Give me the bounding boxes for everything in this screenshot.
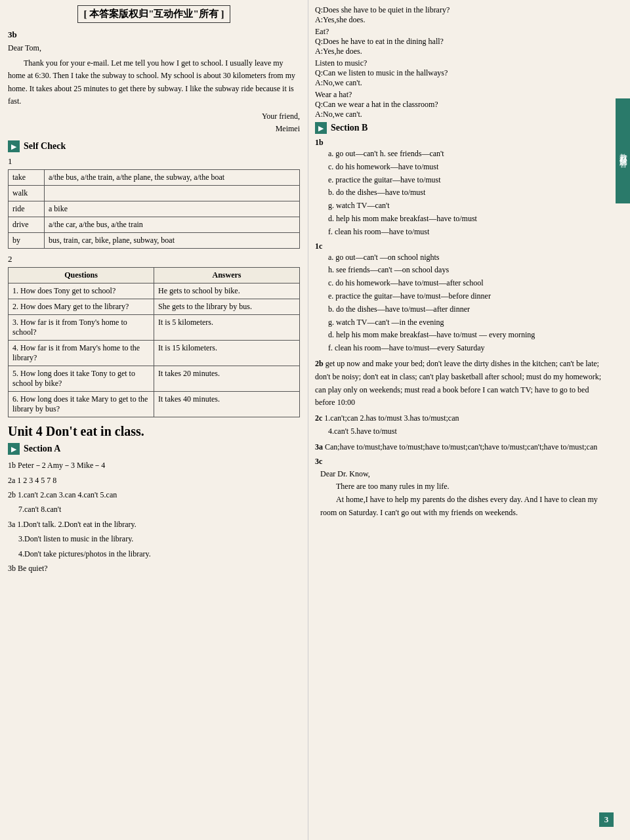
qa-question: 3. How far is it from Tony's home to sch… — [9, 315, 154, 341]
qa-row: 5. How long does it take Tony to get to … — [9, 366, 300, 392]
qa-row: 3. How far is it from Tony's home to sch… — [9, 315, 300, 341]
section-a-arrow-icon: ▶ — [8, 443, 20, 455]
section-a-title: Section A — [24, 444, 60, 454]
qa-question: 2. How does Mary get to the library? — [9, 299, 154, 315]
ex3a-label: 3a — [315, 442, 323, 452]
self-check-title: Self Check — [24, 141, 66, 152]
qa-a: A:No,we can't. — [315, 110, 609, 119]
letter-body: Thank you for your e-mail. Let me tell y… — [8, 57, 300, 108]
qa-table: Questions Answers 1. How does Tony get t… — [8, 267, 300, 417]
ex2c-line2: 4.can't 5.have to/must — [315, 427, 397, 436]
ex1b-line: a. go out—can't h. see friends—can't — [328, 148, 609, 161]
ex3c-label: 3c — [315, 457, 322, 466]
ex1c-label: 1c — [315, 242, 322, 251]
ex3a-line2: 3.Don't listen to music in the library. — [8, 532, 300, 545]
qa-answer: It takes 20 minutes. — [154, 366, 300, 392]
ex1c-line: h. see friends—can't —on school days — [328, 264, 609, 277]
vocab-key: by — [9, 233, 45, 249]
ex1c-line: e. practice the guitar—have to/must—befo… — [328, 290, 609, 303]
qa-label: Wear a hat? — [315, 90, 609, 100]
qa-question: 5. How long does it take Tony to get to … — [9, 366, 154, 392]
ex1c-line: a. go out—can't —on school nights — [328, 251, 609, 264]
vocab-value: a bike — [45, 201, 300, 217]
qa-header-answers: Answers — [154, 268, 300, 284]
qa-answer: It takes 40 minutes. — [154, 392, 300, 417]
ex3b: 3b Be quiet? — [8, 562, 300, 575]
letter-sign2: Meimei — [8, 123, 300, 135]
qa-q: Q:Can we wear a hat in the classroom? — [315, 100, 609, 110]
sidebar-tab: 教材习题解答 — [616, 98, 630, 203]
page-number: 3 — [599, 812, 614, 827]
qa-answer: She gets to the library by bus. — [154, 299, 300, 315]
vocab-row: bybus, train, car, bike, plane, subway, … — [9, 233, 300, 249]
qa-row: 6. How long does it take Mary to get to … — [9, 392, 300, 417]
qa-row: 2. How does Mary get to the library?She … — [9, 299, 300, 315]
qa-q: Q:Does she have to be quiet in the libra… — [315, 5, 609, 15]
vocab-row: drivea/the car, a/the bus, a/the train — [9, 217, 300, 233]
ex2b-line2: 7.can't 8.can't — [8, 503, 300, 516]
ex1b-line: g. watch TV—can't — [328, 200, 609, 213]
qa-question: 4. How far is it from Mary's home to the… — [9, 341, 154, 366]
qa-a: A:Yes,he does. — [315, 47, 609, 56]
self-check-num2: 2 — [8, 254, 300, 264]
ex3c-p2: At home,I have to help my parents do the… — [320, 494, 609, 520]
ex1b-line: b. do the dishes—have to/must — [328, 186, 609, 200]
ex3c-greeting: Dear Dr. Know, — [320, 468, 609, 481]
section-b-title: Section B — [331, 123, 368, 133]
right-qa-section: Q:Does she have to be quiet in the libra… — [315, 5, 609, 119]
ex3a-line1: 3a 1.Don't talk. 2.Don't eat in the libr… — [8, 518, 300, 531]
section-b-arrow-icon: ▶ — [315, 122, 327, 134]
ex2c-label: 2c — [315, 413, 322, 423]
ex3c-p1: There are too many rules in my life. — [320, 480, 609, 494]
ex1b: 1b Peter－2 Amy－3 Mike－4 — [8, 459, 300, 472]
qa-answer: It is 15 kilometers. — [154, 341, 300, 366]
vocab-key: take — [9, 170, 45, 186]
vocab-value: bus, train, car, bike, plane, subway, bo… — [45, 233, 300, 249]
ex2a: 2a 1 2 3 4 5 7 8 — [8, 474, 300, 487]
ex2b-text: get up now and make your bed; don't leav… — [315, 359, 601, 407]
qa-label: Listen to music? — [315, 58, 609, 68]
self-check-num1: 1 — [8, 156, 300, 167]
unit4-title: Unit 4 Don't eat in class. — [8, 424, 300, 439]
vocab-row: walk — [9, 186, 300, 201]
qa-row: 4. How far is it from Mary's home to the… — [9, 341, 300, 366]
ex2b-label: 2b — [315, 359, 324, 368]
vocab-key: walk — [9, 186, 45, 201]
qa-header-questions: Questions — [9, 268, 154, 284]
ex1c-line: g. watch TV—can't —in the evening — [328, 316, 609, 329]
ex2c-line1: 1.can't;can 2.has to/must 3.has to/must;… — [324, 413, 459, 423]
vocab-value: a/the bus, a/the train, a/the plane, the… — [45, 170, 300, 186]
vocab-value — [45, 186, 300, 201]
qa-answer: It is 5 kilometers. — [154, 315, 300, 341]
qa-label: Eat? — [315, 27, 609, 37]
vocab-table: takea/the bus, a/the train, a/the plane,… — [8, 169, 300, 249]
ex3a-line3: 4.Don't take pictures/photos in the libr… — [8, 547, 300, 560]
ex1c-line: d. help his mom make breakfast—have to/m… — [328, 329, 609, 342]
qa-q: Q:Does he have to eat in the dining hall… — [315, 37, 609, 47]
qa-row: 1. How does Tony get to school?He gets t… — [9, 284, 300, 299]
vocab-key: drive — [9, 217, 45, 233]
qa-q: Q:Can we listen to music in the hallways… — [315, 68, 609, 78]
self-check-arrow-icon: ▶ — [8, 140, 20, 152]
ex1b-line: d. help his mom make breakfast—have to/m… — [328, 213, 609, 226]
ex1c-line: c. do his homework—have to/must—after sc… — [328, 277, 609, 290]
ex1c-line: f. clean his room—have to/must—every Sat… — [328, 342, 609, 355]
ex1c-line: b. do the dishes—have to/must—after dinn… — [328, 303, 609, 316]
letter-greeting: Dear Tom, — [8, 42, 300, 54]
ex1b-line: e. practice the guitar—have to/must — [328, 174, 609, 187]
letter-sign1: Your friend, — [8, 110, 300, 123]
header-banner: [ 本答案版权归"互动作业"所有 ] — [77, 5, 230, 23]
section-3b: 3b — [8, 30, 300, 40]
ex3a-text: Can;have to/must;have to/must;have to/mu… — [325, 442, 597, 452]
qa-question: 1. How does Tony get to school? — [9, 284, 154, 299]
qa-a: A:No,we can't. — [315, 78, 609, 88]
ex2b-line1: 2b 1.can't 2.can 3.can 4.can't 5.can — [8, 488, 300, 501]
ex1b-line: f. clean his room—have to/must — [328, 226, 609, 239]
qa-a: A:Yes,she does. — [315, 15, 609, 25]
vocab-row: takea/the bus, a/the train, a/the plane,… — [9, 170, 300, 186]
vocab-row: ridea bike — [9, 201, 300, 217]
qa-question: 6. How long does it take Mary to get to … — [9, 392, 154, 417]
ex1b-label: 1b — [315, 138, 324, 147]
vocab-key: ride — [9, 201, 45, 217]
ex1b-line: c. do his homework—have to/must — [328, 161, 609, 174]
